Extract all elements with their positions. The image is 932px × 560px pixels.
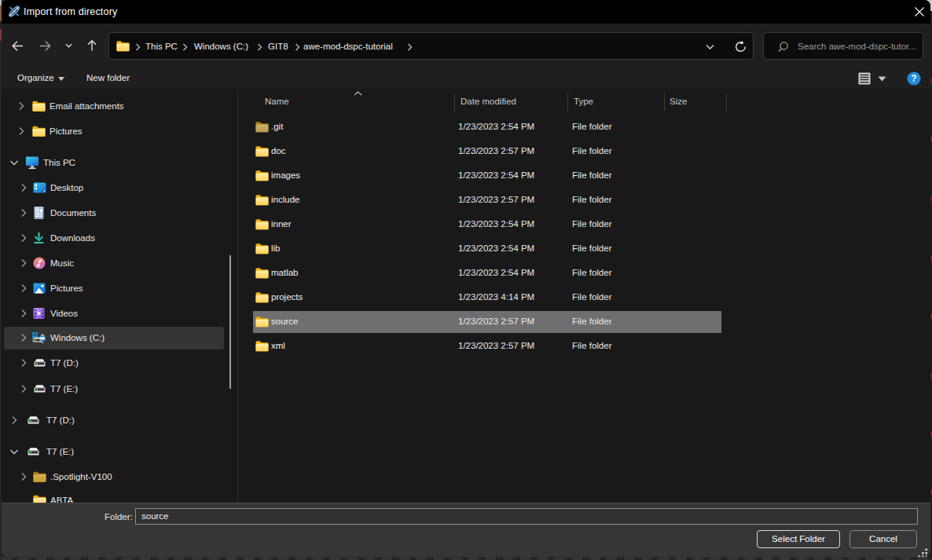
svg-text:?: ? (911, 73, 916, 84)
